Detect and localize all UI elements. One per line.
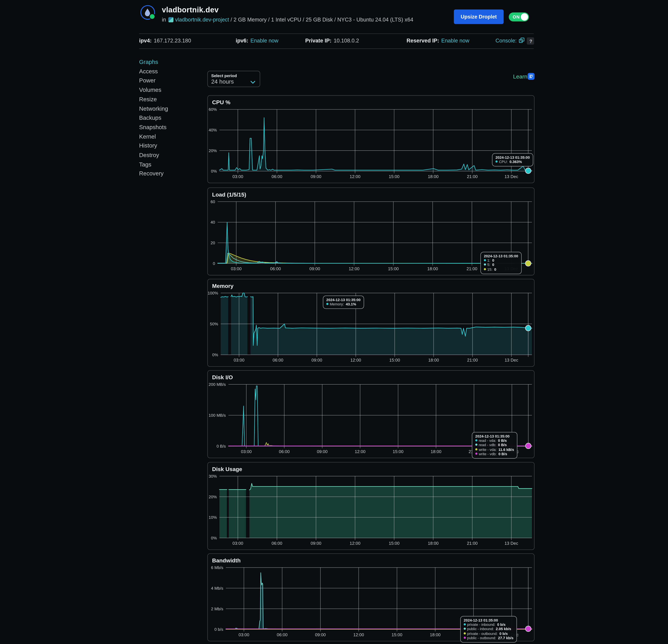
ip-bar: ipv4:167.172.23.180 ipv6:Enable now Priv…	[139, 33, 534, 49]
svg-text:18:00: 18:00	[428, 358, 439, 363]
chart-panel-load[interactable]: Load (1/5/15)604020003:0006:0009:0012:00…	[207, 187, 534, 275]
sidebar-item-snapshots[interactable]: Snapshots	[139, 123, 203, 132]
svg-text:20: 20	[211, 241, 215, 245]
svg-text:40%: 40%	[209, 128, 217, 132]
svg-text:60: 60	[211, 200, 215, 204]
svg-text:0%: 0%	[212, 352, 218, 357]
reserved-ip-label: Reserved IP:	[407, 38, 439, 44]
svg-text:0 b/s: 0 b/s	[214, 627, 223, 632]
sidebar-item-graphs[interactable]: Graphs	[139, 58, 203, 67]
legend-dot	[475, 448, 477, 450]
svg-text:60%: 60%	[209, 107, 217, 112]
svg-text:09:00: 09:00	[310, 541, 321, 546]
page: vladbortnik.dev invladbortnik.dev-projec…	[0, 0, 668, 644]
svg-text:15:00: 15:00	[392, 632, 403, 637]
sidebar-item-recovery[interactable]: Recovery	[139, 169, 203, 178]
hover-marker	[525, 168, 531, 174]
sidebar-item-history[interactable]: History	[139, 141, 203, 151]
ipv4-label: ipv4:	[139, 38, 152, 44]
chart-tooltip-load: 2024-12-13 01:35:001: 05: 015: 0	[480, 252, 521, 274]
svg-text:09:00: 09:00	[315, 632, 326, 637]
private-ip-value: 10.108.0.2	[334, 38, 359, 44]
period-select[interactable]: Select period 24 hours	[207, 71, 260, 87]
svg-text:0%: 0%	[211, 169, 217, 173]
svg-text:20%: 20%	[209, 495, 217, 499]
svg-text:06:00: 06:00	[272, 174, 282, 179]
reserved-ip-enable-link[interactable]: Enable now	[441, 38, 469, 44]
sidebar-item-resize[interactable]: Resize	[139, 95, 203, 104]
sidebar-item-networking[interactable]: Networking	[139, 104, 203, 113]
legend-dot	[484, 264, 486, 266]
sidebar-item-kernel[interactable]: Kernel	[139, 132, 203, 141]
private-ip-group: Private IP:10.108.0.2	[305, 34, 359, 48]
svg-text:18:00: 18:00	[430, 632, 441, 637]
console-icon[interactable]	[519, 35, 525, 49]
chart-title-diskio: Disk I/O	[212, 374, 233, 380]
learn-doc-icon[interactable]	[528, 73, 535, 80]
legend-dot	[464, 637, 466, 639]
chart-canvas-diskusage[interactable]: 30%20%10%0%03:0006:0009:0012:0015:0018:0…	[208, 462, 534, 550]
legend-dot	[496, 160, 498, 163]
legend-dot	[475, 444, 477, 446]
svg-text:03:00: 03:00	[239, 632, 249, 637]
svg-text:2 Mb/s: 2 Mb/s	[211, 607, 223, 611]
svg-text:40: 40	[211, 220, 215, 224]
svg-text:12:00: 12:00	[355, 449, 365, 454]
help-button[interactable]: ?	[527, 37, 534, 45]
svg-text:09:00: 09:00	[312, 358, 322, 363]
sidebar-item-destroy[interactable]: Destroy	[139, 151, 203, 160]
sidebar-item-power[interactable]: Power	[139, 76, 203, 85]
breadcrumb-in: in	[162, 17, 166, 22]
svg-text:18:00: 18:00	[427, 266, 438, 271]
ipv6-label: ipv6:	[236, 38, 248, 44]
svg-text:15:00: 15:00	[388, 266, 399, 271]
period-select-label: Select period	[211, 73, 237, 78]
svg-text:10%: 10%	[209, 515, 217, 520]
chart-canvas-memory[interactable]: 100%50%0%03:0006:0009:0012:0015:0018:002…	[208, 279, 534, 366]
svg-text:18:00: 18:00	[428, 174, 439, 179]
sidebar-item-tags[interactable]: Tags	[139, 160, 203, 169]
private-ip-label: Private IP:	[305, 38, 332, 44]
sidebar-item-backups[interactable]: Backups	[139, 113, 203, 123]
page-title: vladbortnik.dev	[162, 5, 219, 15]
console-link[interactable]: Console:	[496, 38, 517, 44]
chart-panel-cpu[interactable]: CPU %60%40%20%0%03:0006:0009:0012:0015:0…	[207, 95, 534, 183]
svg-text:200 MB/s: 200 MB/s	[209, 382, 226, 387]
svg-text:15:00: 15:00	[393, 449, 404, 454]
hover-marker	[526, 443, 531, 449]
legend-dot	[484, 268, 486, 270]
console-group[interactable]: Console:	[496, 34, 525, 49]
legend-dot	[326, 303, 329, 305]
content-column: vladbortnik.dev invladbortnik.dev-projec…	[137, 0, 534, 644]
svg-text:06:00: 06:00	[270, 266, 281, 271]
legend-dot	[484, 259, 486, 261]
chart-canvas-cpu[interactable]: 60%40%20%0%03:0006:0009:0012:0015:0018:0…	[208, 96, 534, 183]
chart-panel-diskio[interactable]: Disk I/O200 MB/s100 MB/s0 B/s03:0006:000…	[207, 370, 534, 458]
upsize-droplet-button[interactable]: Upsize Droplet	[454, 10, 503, 24]
chart-panel-bandwidth[interactable]: Bandwidth6 Mb/s4 Mb/s2 Mb/s0 b/s03:0006:…	[207, 553, 534, 641]
project-link[interactable]: vladbortnik.dev-project	[175, 17, 229, 22]
svg-text:18:00: 18:00	[430, 449, 441, 454]
learn-link[interactable]: Learn	[513, 73, 527, 80]
power-toggle-label: ON	[513, 12, 520, 21]
sidebar-item-access[interactable]: Access	[139, 67, 203, 76]
sidebar-item-volumes[interactable]: Volumes	[139, 85, 203, 95]
legend-dot	[464, 623, 466, 626]
svg-text:03:00: 03:00	[231, 266, 242, 271]
svg-text:06:00: 06:00	[277, 632, 287, 637]
droplet-specs: / 2 GB Memory / 1 Intel vCPU / 25 GB Dis…	[231, 17, 413, 22]
ipv6-enable-link[interactable]: Enable now	[250, 38, 278, 44]
svg-text:15:00: 15:00	[389, 174, 399, 179]
svg-text:18:00: 18:00	[428, 541, 439, 546]
chart-tooltip-memory: 2024-12-13 01:35:00Memory: 43.1%	[323, 296, 364, 309]
chevron-down-icon	[250, 78, 255, 86]
hover-marker	[526, 626, 531, 632]
power-toggle[interactable]: ON	[509, 12, 529, 21]
ipv4-group: ipv4:167.172.23.180	[139, 34, 191, 48]
chart-tooltip-diskio: 2024-12-13 01:35:00read - vda: 0 B/sread…	[472, 432, 517, 458]
svg-text:06:00: 06:00	[273, 358, 283, 363]
chart-panel-memory[interactable]: Memory100%50%0%03:0006:0009:0012:0015:00…	[207, 279, 534, 367]
chart-panel-diskusage[interactable]: Disk Usage30%20%10%0%03:0006:0009:0012:0…	[207, 462, 534, 550]
hover-marker	[525, 261, 531, 266]
reserved-ip-group: Reserved IP:Enable now	[407, 34, 469, 48]
